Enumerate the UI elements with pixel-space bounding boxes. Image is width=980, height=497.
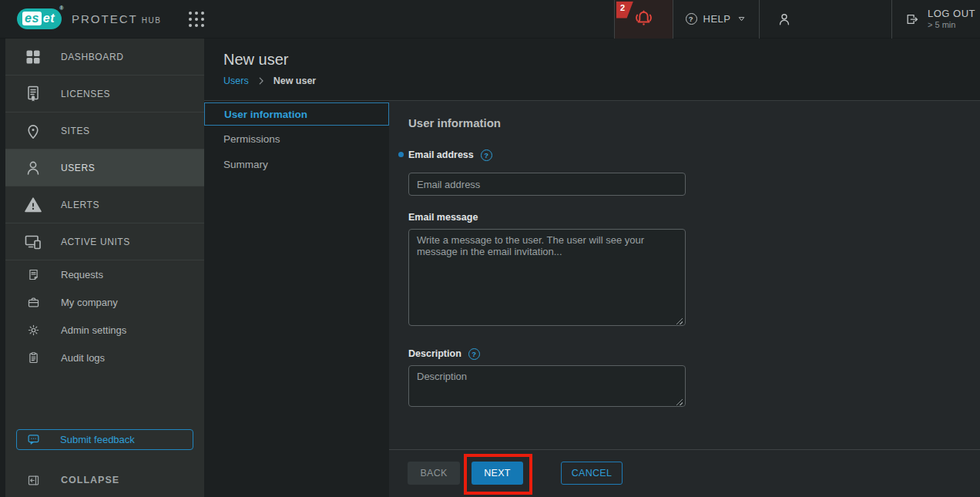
help-question-circle-icon: ?: [686, 13, 697, 25]
page-title: New user: [223, 51, 980, 69]
email-address-label: Email address: [408, 149, 474, 160]
settings-gear-icon: [27, 324, 40, 337]
eset-protect-hub-logo[interactable]: es et ® PROTECT HUB: [17, 8, 161, 29]
registered-trademark: ®: [59, 5, 64, 11]
chevron-right-icon: [256, 76, 267, 86]
sidebar-item-users[interactable]: USERS: [5, 149, 204, 186]
email-message-label: Email message: [408, 212, 478, 223]
sidebar-item-label: Requests: [61, 269, 103, 280]
breadcrumb-current: New user: [274, 76, 317, 86]
wizard-footer: BACK NEXT CANCEL: [389, 449, 980, 497]
back-button[interactable]: BACK: [408, 462, 460, 485]
step-permissions[interactable]: Permissions: [204, 128, 389, 151]
sidebar-item-dashboard[interactable]: DASHBOARD: [5, 39, 204, 76]
eset-logo-et: et: [42, 12, 55, 25]
feedback-bubble-icon: [27, 433, 40, 446]
form-panel: User information Email address ? Email m…: [389, 101, 980, 497]
eset-logo: es et ®: [17, 8, 62, 29]
users-icon: [24, 159, 42, 177]
email-message-field: Email message: [408, 211, 686, 329]
breadcrumb: Users New user: [223, 76, 980, 86]
collapse-icon: [27, 474, 40, 487]
logout-icon: [904, 12, 920, 27]
collapse-sidebar-button[interactable]: COLLAPSE: [5, 470, 204, 490]
email-address-input[interactable]: [408, 173, 686, 196]
sidebar-item-admin-settings[interactable]: Admin settings: [5, 316, 204, 344]
cancel-button[interactable]: CANCEL: [561, 462, 623, 485]
sidebar-item-label: LICENSES: [61, 89, 110, 99]
email-address-field: Email address ?: [408, 149, 686, 196]
page-header: New user Users New user: [204, 39, 980, 101]
description-help-icon[interactable]: ?: [468, 348, 480, 360]
help-label: HELP: [703, 13, 731, 25]
sidebar-item-label: Admin settings: [61, 324, 126, 336]
sidebar-nav: DASHBOARD LICENSES SITES: [0, 39, 204, 497]
clipboard-icon: [27, 351, 40, 364]
eset-logo-es: es: [22, 12, 42, 25]
logout-label: LOG OUT: [928, 8, 975, 19]
product-suffix: HUB: [142, 16, 162, 25]
sidebar-item-alerts[interactable]: ALERTS: [5, 186, 204, 223]
next-button[interactable]: NEXT: [472, 462, 523, 485]
description-label: Description: [408, 348, 461, 359]
sidebar-item-label: Audit logs: [61, 352, 105, 364]
submit-feedback-label: Submit feedback: [60, 434, 135, 445]
step-summary[interactable]: Summary: [204, 153, 389, 176]
dashboard-icon: [24, 48, 42, 66]
requests-icon: [27, 268, 40, 281]
description-field: Description ?: [408, 348, 686, 410]
sidebar-item-label: ALERTS: [61, 200, 99, 210]
active-units-icon: [24, 233, 42, 251]
breadcrumb-users-link[interactable]: Users: [223, 76, 249, 86]
session-timeout-text: > 5 min: [928, 19, 975, 31]
account-menu-button[interactable]: [759, 0, 891, 39]
sidebar-item-label: ACTIVE UNITS: [61, 237, 130, 247]
sidebar-item-label: USERS: [61, 163, 95, 173]
form-heading: User information: [408, 116, 980, 130]
submit-feedback-button[interactable]: Submit feedback: [16, 429, 193, 450]
briefcase-icon: [27, 296, 40, 309]
app-launcher-grid-icon[interactable]: [189, 12, 204, 27]
required-indicator-dot: [398, 152, 404, 157]
sidebar-item-sites[interactable]: SITES: [5, 112, 204, 149]
main-content: New user Users New user User information…: [204, 39, 980, 497]
person-icon: [777, 12, 792, 27]
sidebar-item-requests[interactable]: Requests: [5, 260, 204, 288]
email-message-textarea[interactable]: [408, 229, 686, 326]
notifications-button[interactable]: 2: [614, 0, 673, 39]
sites-icon: [24, 122, 42, 140]
email-help-icon[interactable]: ?: [481, 149, 492, 161]
licenses-icon: [24, 85, 42, 103]
top-bar: es et ® PROTECT HUB 2 ? HELP: [0, 0, 980, 39]
step-user-information[interactable]: User information: [204, 102, 389, 126]
sidebar-item-my-company[interactable]: My company: [5, 288, 204, 316]
sidebar-item-active-units[interactable]: ACTIVE UNITS: [5, 223, 204, 260]
notification-badge: 2: [616, 2, 633, 18]
sidebar-item-label: My company: [61, 297, 118, 308]
description-textarea[interactable]: [408, 365, 686, 407]
help-menu-button[interactable]: ? HELP: [673, 0, 759, 39]
sidebar-item-label: DASHBOARD: [61, 52, 123, 62]
bell-icon: [633, 8, 654, 29]
sidebar-item-licenses[interactable]: LICENSES: [5, 76, 204, 112]
chevron-down-icon: [737, 14, 747, 24]
wizard-steps: User information Permissions Summary: [204, 101, 389, 497]
collapse-label: COLLAPSE: [61, 475, 119, 485]
sidebar-item-audit-logs[interactable]: Audit logs: [5, 344, 204, 371]
alerts-warning-icon: [24, 196, 42, 214]
logout-button[interactable]: LOG OUT > 5 min: [891, 0, 980, 39]
product-name: PROTECT: [72, 12, 138, 25]
sidebar-item-label: SITES: [61, 126, 90, 136]
